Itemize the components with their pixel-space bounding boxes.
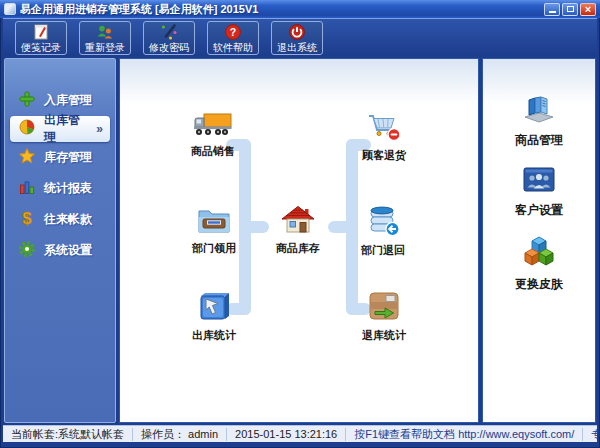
- truck-icon: [193, 124, 233, 141]
- shortcut-customer-settings[interactable]: 客户设置: [515, 165, 563, 219]
- window-title: 易企用通用进销存管理系统 [易企用软件] 2015V1: [20, 2, 544, 17]
- help-icon: ?: [224, 23, 242, 41]
- maximize-button[interactable]: [562, 3, 578, 16]
- customers-icon: [520, 181, 558, 198]
- right-shortcut-panel: 商品管理 客户设置 更换皮肤: [482, 58, 596, 423]
- close-button[interactable]: ×: [580, 3, 596, 16]
- node-customer-returns[interactable]: 顾客退货: [349, 112, 419, 163]
- titlebar: 易企用通用进销存管理系统 [易企用软件] 2015V1 ×: [0, 0, 600, 18]
- shortcut-label: 客户设置: [515, 202, 563, 219]
- toolbar-label: 修改密码: [149, 42, 189, 53]
- plus-icon: [18, 90, 36, 112]
- toolbar-label: 退出系统: [277, 42, 317, 53]
- shortcut-label: 更换皮肤: [515, 276, 563, 293]
- exit-system-button[interactable]: 退出系统: [271, 21, 323, 55]
- dollar-icon: $: [18, 209, 36, 231]
- chevron-right-icon: »: [96, 122, 103, 136]
- app-icon: [4, 3, 16, 15]
- bar-chart-icon: [18, 178, 36, 200]
- maximize-icon: [567, 6, 574, 12]
- close-icon: ×: [585, 4, 591, 15]
- app-window: 易企用通用进销存管理系统 [易企用软件] 2015V1 × 便笺记录 重新登录 …: [0, 0, 600, 448]
- pie-chart-icon: [18, 118, 36, 140]
- sidebar-item-stock[interactable]: 库存管理: [5, 142, 115, 173]
- node-product-inventory[interactable]: 商品库存: [263, 205, 333, 256]
- sidebar-item-label: 库存管理: [44, 149, 92, 166]
- products-icon: [520, 111, 558, 128]
- sidebar-nav: 入库管理 出库管理 » 库存管理 统计报表 $ 往来帐款 系统设置: [4, 58, 116, 423]
- node-label: 退库统计: [349, 328, 419, 343]
- relogin-button[interactable]: 重新登录: [79, 21, 131, 55]
- toolbar-label: 便笺记录: [21, 42, 61, 53]
- sidebar-item-reports[interactable]: 统计报表: [5, 173, 115, 204]
- status-slogan: 专注完美 近乎苛求: [583, 428, 600, 441]
- main-diagram-panel: 商品销售 顾客退货 部门领用 商品库存 部门退回 出库统计 退库统计: [119, 58, 479, 423]
- svg-text:$: $: [23, 209, 32, 226]
- software-help-button[interactable]: ? 软件帮助: [207, 21, 259, 55]
- node-department-requisition[interactable]: 部门领用: [179, 205, 249, 256]
- node-label: 顾客退货: [349, 148, 419, 163]
- status-help-link[interactable]: 按F1键查看帮助文档 http://www.eqysoft.com/: [346, 428, 583, 441]
- node-label: 部门领用: [179, 241, 249, 256]
- change-password-button[interactable]: 修改密码: [143, 21, 195, 55]
- exit-icon: [288, 23, 306, 41]
- toolbar: 便笺记录 重新登录 修改密码 ? 软件帮助 退出系统: [3, 18, 597, 56]
- memo-icon: [32, 23, 50, 41]
- status-datetime: 2015-01-15 13:21:16: [227, 428, 346, 441]
- shortcut-product-management[interactable]: 商品管理: [515, 91, 563, 149]
- toolbar-label: 重新登录: [85, 42, 125, 53]
- shortcut-label: 商品管理: [515, 132, 563, 149]
- cart-minus-icon: [366, 128, 402, 145]
- sidebar-item-settings[interactable]: 系统设置: [5, 235, 115, 266]
- node-product-sales[interactable]: 商品销售: [178, 112, 248, 159]
- sidebar-item-label: 出库管理: [44, 112, 88, 146]
- node-return-statistics[interactable]: 退库统计: [349, 290, 419, 343]
- node-label: 出库统计: [179, 328, 249, 343]
- star-icon: [18, 147, 36, 169]
- statusbar: 当前帐套:系统默认帐套 操作员： admin 2015-01-15 13:21:…: [3, 425, 597, 442]
- memo-records-button[interactable]: 便笺记录: [15, 21, 67, 55]
- svg-text:?: ?: [230, 25, 236, 37]
- return-stats-icon: [367, 308, 401, 325]
- sidebar-item-label: 往来帐款: [44, 211, 92, 228]
- database-return-icon: [365, 223, 401, 240]
- gear-icon: [18, 240, 36, 262]
- outbound-stats-icon: [197, 308, 231, 325]
- sidebar-item-outbound[interactable]: 出库管理 »: [10, 116, 110, 142]
- shortcut-change-skin[interactable]: 更换皮肤: [515, 235, 563, 293]
- house-icon: [280, 221, 316, 238]
- status-operator: 操作员： admin: [133, 428, 227, 441]
- minimize-icon: [549, 11, 556, 13]
- sidebar-item-accounts[interactable]: $ 往来帐款: [5, 204, 115, 235]
- minimize-button[interactable]: [544, 3, 560, 16]
- node-label: 商品库存: [263, 241, 333, 256]
- status-account-set: 当前帐套:系统默认帐套: [3, 428, 133, 441]
- sidebar-item-label: 入库管理: [44, 92, 92, 109]
- sidebar-item-label: 统计报表: [44, 180, 92, 197]
- sidebar-item-label: 系统设置: [44, 242, 92, 259]
- node-department-return[interactable]: 部门退回: [348, 205, 418, 258]
- skin-icon: [520, 255, 558, 272]
- toolbar-label: 软件帮助: [213, 42, 253, 53]
- folder-icon: [196, 221, 232, 238]
- change-password-icon: [160, 23, 178, 41]
- node-label: 部门退回: [348, 243, 418, 258]
- node-label: 商品销售: [178, 144, 248, 159]
- relogin-icon: [96, 23, 114, 41]
- node-outbound-statistics[interactable]: 出库统计: [179, 290, 249, 343]
